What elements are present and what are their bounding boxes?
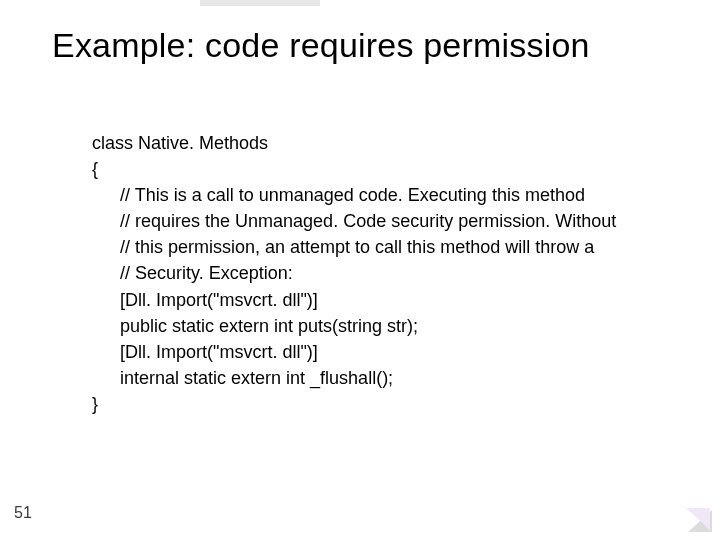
slide-title: Example: code requires permission — [52, 26, 690, 65]
slide: Example: code requires permission class … — [0, 0, 720, 540]
code-line: } — [92, 391, 660, 417]
code-line: // requires the Unmanaged. Code security… — [92, 208, 660, 234]
decoration-top-stub — [200, 0, 320, 6]
code-line: public static extern int puts(string str… — [92, 313, 660, 339]
code-line: [Dll. Import("msvcrt. dll")] — [92, 339, 660, 365]
code-line: class Native. Methods — [92, 130, 660, 156]
page-number: 51 — [14, 504, 32, 522]
code-line: // this permission, an attempt to call t… — [92, 234, 660, 260]
code-line: internal static extern int _flushall(); — [92, 365, 660, 391]
page-curl-icon — [684, 506, 712, 532]
code-line: [Dll. Import("msvcrt. dll")] — [92, 287, 660, 313]
code-line: { — [92, 156, 660, 182]
code-line: // Security. Exception: — [92, 260, 660, 286]
code-line: // This is a call to unmanaged code. Exe… — [92, 182, 660, 208]
code-block: class Native. Methods { // This is a cal… — [92, 130, 660, 417]
